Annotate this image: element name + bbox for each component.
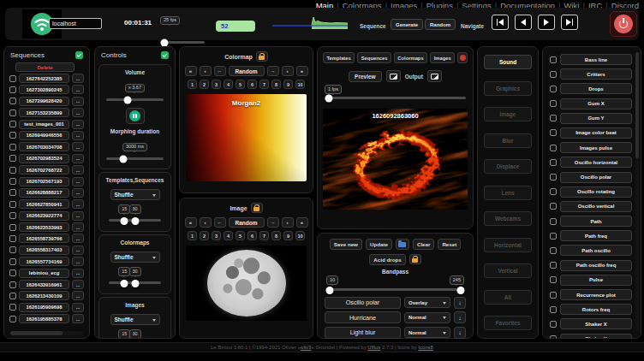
sequence-name-button[interactable]: 1626558317403 [19,246,69,255]
plugin-button[interactable]: Bass line [560,54,632,65]
sequence-name-button[interactable]: test_images_001 [19,120,69,129]
volume-slider-handle[interactable] [124,96,132,104]
sequence-name-button[interactable]: 1626702567193 [19,177,69,186]
sequence-name-button[interactable]: 1626628888217 [19,188,69,198]
sequence-name-button[interactable]: 1626195909698 [19,303,69,312]
category-button[interactable]: Image [484,107,532,121]
sequence-checkbox[interactable] [9,212,16,219]
blend-mode-select[interactable]: Overlay [404,297,450,308]
plugin-button[interactable]: Pulse [560,275,632,286]
plugin-checkbox[interactable] [550,306,557,313]
sequence-options-button[interactable]: ... [72,314,84,323]
pager-number-button[interactable]: 4 [224,231,234,240]
template-lock-button[interactable] [409,254,421,264]
pager-next-button[interactable]: » [296,217,308,228]
sequence-options-button[interactable]: ... [72,199,84,209]
sequence-options-button[interactable]: ... [72,154,84,163]
record-button[interactable] [457,52,468,63]
plugin-checkbox[interactable] [550,188,557,195]
sequence-checkbox[interactable] [9,167,16,174]
plugin-checkbox[interactable] [550,159,557,166]
plugin-checkbox[interactable] [550,203,557,210]
morphing-slider-handle[interactable] [120,155,128,163]
sequence-options-button[interactable]: ... [72,257,84,266]
sequence-checkbox[interactable] [9,75,16,82]
sequences-enabled-checkbox[interactable] [75,51,83,59]
sequence-name-button[interactable]: 1627153235899 [19,108,69,117]
sequence-checkbox[interactable] [9,132,16,139]
pager-random-button[interactable]: Random [229,217,265,228]
sequence-name-button[interactable]: 1626558739766 [19,234,69,243]
pager-number-button[interactable]: 9 [283,80,294,89]
plugin-checkbox[interactable] [550,86,557,92]
duration-range-slider[interactable]: 15 30 [109,267,161,287]
sequence-options-button[interactable]: ... [72,269,84,278]
category-button[interactable]: Favorites [484,316,532,330]
sequence-options-button[interactable]: ... [72,108,84,117]
sequence-options-button[interactable]: ... [72,211,84,221]
template-name-button[interactable]: Acid drops [369,254,405,265]
pager-number-button[interactable]: 9 [283,231,294,240]
move-down-button[interactable]: ↓ [454,297,466,309]
sequence-name-button[interactable]: 1627299628420 [19,97,69,106]
pager-number-button[interactable]: 7 [259,231,270,240]
plugin-checkbox[interactable] [550,115,557,121]
preview-tab-button[interactable]: Templates [323,52,355,63]
random-button[interactable]: Random [425,19,456,30]
range-min-handle[interactable] [121,217,128,225]
plugin-checkbox[interactable] [550,174,557,180]
sequence-checkbox[interactable] [9,189,16,196]
pager-number-button[interactable]: 8 [271,80,282,89]
sequence-checkbox[interactable] [9,201,16,208]
pager-next-button[interactable]: → [267,66,279,76]
bandpass-max-handle[interactable] [456,287,464,294]
plugin-button[interactable]: Path freq [560,230,632,241]
sequence-name-button[interactable]: 1627302890245 [19,85,69,94]
plugin-button[interactable]: Gum X [560,98,632,109]
pager-random-button[interactable]: Random [229,66,265,76]
sequence-name-button[interactable]: 1626623922774 [19,211,69,221]
colormap-lock-button[interactable] [256,51,268,62]
plugin-checkbox[interactable] [550,145,557,151]
plugin-name-button[interactable]: Hurricane [325,311,401,323]
plugin-checkbox[interactable] [550,56,557,63]
sequence-options-button[interactable]: ... [72,177,84,186]
sequence-options-button[interactable]: ... [72,131,84,140]
plugin-checkbox[interactable] [550,276,557,283]
pager-number-button[interactable]: 4 [224,80,234,89]
plugin-checkbox[interactable] [550,233,557,240]
sequence-options-button[interactable]: ... [72,234,84,243]
fps-slider-handle[interactable] [161,38,169,46]
sequence-name-button[interactable]: 1626213430109 [19,291,69,300]
sequence-checkbox[interactable] [9,155,16,162]
volume-slider[interactable] [106,96,164,104]
nav-last-button[interactable] [561,15,578,30]
pager-prev-button[interactable]: ‹ [200,66,212,76]
plugin-checkbox[interactable] [550,71,557,78]
plugin-button[interactable]: Recurrence plot [560,289,632,300]
plugin-button[interactable]: Drops [560,83,632,94]
ulfius-link[interactable]: Ulfius [367,345,380,350]
sequence-options-button[interactable]: ... [72,97,84,106]
plugin-button[interactable]: Shaker X [560,318,632,329]
sequence-checkbox[interactable] [9,304,16,311]
duration-range-slider[interactable]: 15 30 [109,329,161,339]
save-new-button[interactable]: Save new [330,239,362,250]
range-max-handle[interactable] [131,217,139,225]
power-button[interactable] [610,11,637,37]
sequence-checkbox[interactable] [9,235,16,242]
sequence-name-button[interactable]: 1626627850941 [19,199,69,209]
pager-number-button[interactable]: 3 [212,231,222,240]
sequence-name-button[interactable]: 1626949946556 [19,131,69,140]
plugin-button[interactable]: Path oscillo freq [560,260,632,271]
pager-number-button[interactable]: 6 [247,80,258,89]
plugin-button[interactable]: Oscillo vertical [560,201,632,212]
sequence-options-button[interactable]: ... [72,120,84,129]
preview-fullscreen-button[interactable] [386,70,401,82]
pager-next-button[interactable]: » [296,66,308,76]
delete-sequence-button[interactable]: Delete [15,62,75,72]
plugin-button[interactable]: Critters [560,68,632,80]
sequence-options-button[interactable]: ... [72,291,84,300]
category-button[interactable]: Lens [484,186,532,200]
sequence-checkbox[interactable] [9,98,16,104]
